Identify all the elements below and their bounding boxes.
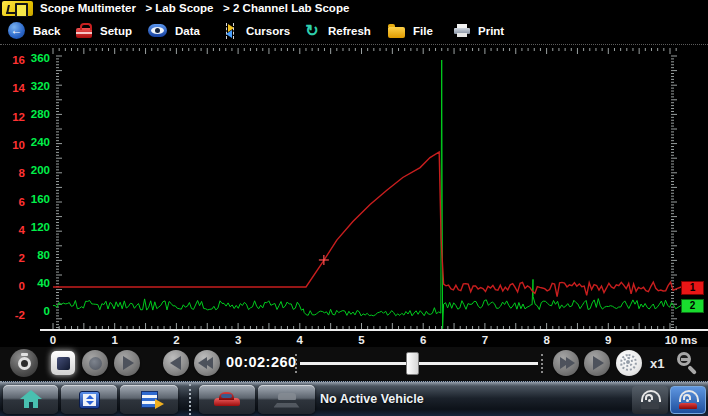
channel2-trace [53, 60, 681, 329]
step-back-icon [170, 356, 181, 370]
ch1-scale-label: 6 [19, 196, 25, 208]
ch2-scale-label: 40 [37, 277, 50, 289]
ch2-scale-label: 200 [31, 164, 50, 176]
x-axis-tick-label: 5 [358, 334, 365, 346]
ch1-scale-label: 2 [19, 252, 25, 264]
camera-icon-top [21, 353, 28, 356]
stop-icon [57, 357, 70, 370]
wireless-vehicle-active-button[interactable] [670, 386, 706, 414]
taskbar-divider [189, 384, 191, 415]
ch1-scale-label: 10 [12, 139, 25, 151]
playback-control-bar: 00:02:260 x1 [0, 347, 708, 381]
home-icon [19, 390, 43, 409]
x-axis-tick-label: 9 [605, 334, 611, 346]
home-button[interactable] [3, 385, 58, 414]
taskbar: No Active Vehicle [0, 381, 708, 416]
play-button[interactable] [114, 350, 140, 376]
x-axis-tick-label: 6 [420, 334, 426, 346]
slider-end-mark [541, 354, 543, 373]
ch1-scale-label: 16 [12, 54, 25, 66]
ch2-scale-label: 80 [37, 249, 50, 261]
scope-window-icon [79, 391, 100, 409]
stop-button[interactable] [51, 351, 75, 375]
record-button[interactable] [82, 350, 108, 376]
red-car-icon [214, 392, 240, 407]
record-icon [89, 357, 102, 370]
data-list-icon [141, 391, 158, 408]
x-axis-tick-label: 4 [297, 334, 304, 346]
zoom-factor-label: x1 [650, 356, 664, 371]
vehicle-button[interactable] [199, 385, 255, 414]
ch2-scale-label: 360 [31, 52, 50, 64]
wireless-vehicle-button[interactable] [632, 386, 668, 414]
ch2-scale-label: 240 [31, 136, 50, 148]
ch2-scale-label: 280 [31, 108, 50, 120]
x-axis-tick-label: 1 [111, 334, 118, 346]
minus-icon [681, 358, 688, 361]
slider-start-mark [295, 354, 297, 373]
scope-multimeter-app: Scope Multimeter > Lab Scope > 2 Channel… [0, 0, 708, 416]
play-icon [123, 356, 134, 370]
ch1-scale-label: 14 [12, 82, 25, 94]
x-axis-tick-label: 7 [482, 334, 488, 346]
channel1-trace [53, 152, 681, 297]
camera-button[interactable] [10, 349, 38, 377]
wireless-car-icon [639, 390, 661, 410]
channel-2-marker[interactable]: 2 [681, 299, 704, 313]
ch1-scale-label: 4 [19, 224, 26, 236]
x-axis-tick-label: 8 [543, 334, 550, 346]
x-axis-end-label: 10 ms [665, 334, 698, 346]
camera-icon [18, 357, 31, 370]
timeline-slider-track[interactable] [300, 362, 538, 365]
ch1-scale-label: -2 [15, 309, 25, 321]
car-lift-icon [274, 392, 300, 408]
vehicle-lift-button[interactable] [258, 385, 315, 414]
zoom-out-button[interactable] [676, 351, 700, 375]
step-forward-button[interactable] [584, 350, 610, 376]
step-back-button[interactable] [163, 350, 189, 376]
x-axis-tick-label: 0 [50, 334, 56, 346]
ch1-scale-label: 12 [12, 111, 25, 123]
ch2-scale-label: 160 [31, 193, 50, 205]
fingerprint-button[interactable] [616, 350, 642, 376]
ch2-scale-label: 320 [31, 80, 50, 92]
x-axis-line [40, 329, 708, 331]
data-manager-button[interactable] [120, 385, 178, 414]
time-display: 00:02:260 [226, 354, 297, 370]
rewind-button[interactable] [194, 350, 220, 376]
channel-1-marker[interactable]: 1 [681, 281, 704, 295]
vehicle-status: No Active Vehicle [320, 382, 424, 416]
ch2-scale-label: 0 [44, 305, 50, 317]
wireless-car-active-icon [677, 390, 699, 410]
x-axis-tick-label: 3 [235, 334, 241, 346]
fast-forward-button[interactable] [553, 350, 579, 376]
timeline-slider-thumb[interactable] [406, 352, 419, 375]
x-axis-tick-label: 2 [173, 334, 179, 346]
scope-multimeter-button[interactable] [61, 385, 117, 414]
ch1-scale-label: 8 [19, 167, 26, 179]
ch2-scale-label: 120 [31, 221, 50, 233]
fast-forward-icon [560, 357, 572, 369]
magnifier-handle [688, 365, 698, 375]
ch1-scale-label: 0 [19, 280, 25, 292]
rewind-icon [201, 357, 213, 369]
step-forward-icon [593, 356, 604, 370]
